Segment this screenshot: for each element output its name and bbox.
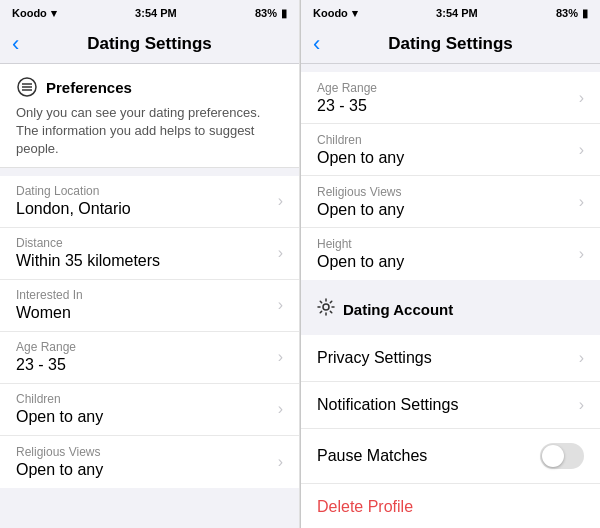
list-row[interactable]: Distance Within 35 kilometers › xyxy=(0,228,299,280)
right-status-bar: Koodo ▾ 3:54 PM 83% ▮ xyxy=(301,0,600,24)
right-back-button[interactable]: ‹ xyxy=(313,33,320,55)
right-battery-icon: ▮ xyxy=(582,7,588,20)
chevron-icon: › xyxy=(278,296,283,314)
chevron-icon: › xyxy=(278,453,283,471)
row-label: Children xyxy=(317,133,571,147)
row-value: 23 - 35 xyxy=(317,97,571,115)
preferences-header: Preferences Only you can see your dating… xyxy=(0,64,299,168)
row-value: Open to any xyxy=(317,201,571,219)
row-value: Open to any xyxy=(16,408,270,426)
list-row[interactable]: Dating Location London, Ontario › xyxy=(0,176,299,228)
right-nav-header: ‹ Dating Settings xyxy=(301,24,600,64)
pause-matches-toggle[interactable] xyxy=(540,443,584,469)
delete-profile-label: Delete Profile xyxy=(317,498,584,516)
right-battery: 83% xyxy=(556,7,578,19)
right-preference-list: Age Range 23 - 35 › Children Open to any… xyxy=(301,72,600,280)
row-value: 23 - 35 xyxy=(16,356,270,374)
preferences-title: Preferences xyxy=(46,79,132,96)
chevron-icon: › xyxy=(579,245,584,263)
left-status-bar: Koodo ▾ 3:54 PM 83% ▮ xyxy=(0,0,299,24)
dating-account-title: Dating Account xyxy=(343,301,453,318)
toggle-knob xyxy=(542,445,564,467)
right-time: 3:54 PM xyxy=(436,7,478,19)
right-panel: Koodo ▾ 3:54 PM 83% ▮ ‹ Dating Settings … xyxy=(300,0,600,528)
row-label: Age Range xyxy=(317,81,571,95)
right-wifi-icon: ▾ xyxy=(352,7,358,20)
pause-matches-label: Pause Matches xyxy=(317,447,540,465)
row-label: Interested In xyxy=(16,288,270,302)
chevron-icon: › xyxy=(579,193,584,211)
list-row[interactable]: Religious Views Open to any › xyxy=(0,436,299,488)
left-wifi-icon: ▾ xyxy=(51,7,57,20)
preferences-description: Only you can see your dating preferences… xyxy=(16,104,283,159)
row-label: Religious Views xyxy=(317,185,571,199)
chevron-icon: › xyxy=(579,89,584,107)
left-battery-icon: ▮ xyxy=(281,7,287,20)
chevron-icon: › xyxy=(278,400,283,418)
left-back-button[interactable]: ‹ xyxy=(12,33,19,55)
left-list-section: Dating Location London, Ontario › Distan… xyxy=(0,176,299,488)
svg-point-4 xyxy=(323,304,329,310)
chevron-icon: › xyxy=(579,141,584,159)
delete-profile-row[interactable]: Delete Profile xyxy=(301,484,600,528)
list-row[interactable]: Age Range 23 - 35 › xyxy=(301,72,600,124)
row-value: London, Ontario xyxy=(16,200,270,218)
right-carrier: Koodo xyxy=(313,7,348,19)
gear-icon xyxy=(317,298,335,321)
left-nav-header: ‹ Dating Settings xyxy=(0,24,299,64)
list-row[interactable]: Interested In Women › xyxy=(0,280,299,332)
left-time: 3:54 PM xyxy=(135,7,177,19)
row-value: Open to any xyxy=(317,253,571,271)
chevron-icon: › xyxy=(278,348,283,366)
row-label: Dating Location xyxy=(16,184,270,198)
row-label: Distance xyxy=(16,236,270,250)
left-panel: Koodo ▾ 3:54 PM 83% ▮ ‹ Dating Settings xyxy=(0,0,300,528)
account-list: Privacy Settings › Notification Settings… xyxy=(301,335,600,528)
privacy-settings-row[interactable]: Privacy Settings › xyxy=(301,335,600,382)
list-row[interactable]: Height Open to any › xyxy=(301,228,600,280)
row-label: Age Range xyxy=(16,340,270,354)
chevron-icon: › xyxy=(278,244,283,262)
right-content: Age Range 23 - 35 › Children Open to any… xyxy=(301,64,600,528)
list-row[interactable]: Religious Views Open to any › xyxy=(301,176,600,228)
section-separator xyxy=(301,280,600,288)
row-label: Height xyxy=(317,237,571,251)
left-content: Preferences Only you can see your dating… xyxy=(0,64,299,528)
row-value: Within 35 kilometers xyxy=(16,252,270,270)
row-label: Children xyxy=(16,392,270,406)
list-row[interactable]: Age Range 23 - 35 › xyxy=(0,332,299,384)
list-row[interactable]: Children Open to any › xyxy=(301,124,600,176)
row-value: Open to any xyxy=(317,149,571,167)
notification-settings-row[interactable]: Notification Settings › xyxy=(301,382,600,429)
left-nav-title: Dating Settings xyxy=(87,34,212,54)
preferences-icon xyxy=(16,76,38,98)
privacy-settings-label: Privacy Settings xyxy=(317,349,571,367)
row-label: Religious Views xyxy=(16,445,270,459)
chevron-icon: › xyxy=(579,396,584,414)
notification-settings-label: Notification Settings xyxy=(317,396,571,414)
left-battery: 83% xyxy=(255,7,277,19)
row-value: Women xyxy=(16,304,270,322)
left-carrier: Koodo xyxy=(12,7,47,19)
right-nav-title: Dating Settings xyxy=(388,34,513,54)
chevron-icon: › xyxy=(579,349,584,367)
pause-matches-row[interactable]: Pause Matches xyxy=(301,429,600,484)
list-row[interactable]: Children Open to any › xyxy=(0,384,299,436)
chevron-icon: › xyxy=(278,192,283,210)
row-value: Open to any xyxy=(16,461,270,479)
dating-account-header: Dating Account xyxy=(301,288,600,327)
